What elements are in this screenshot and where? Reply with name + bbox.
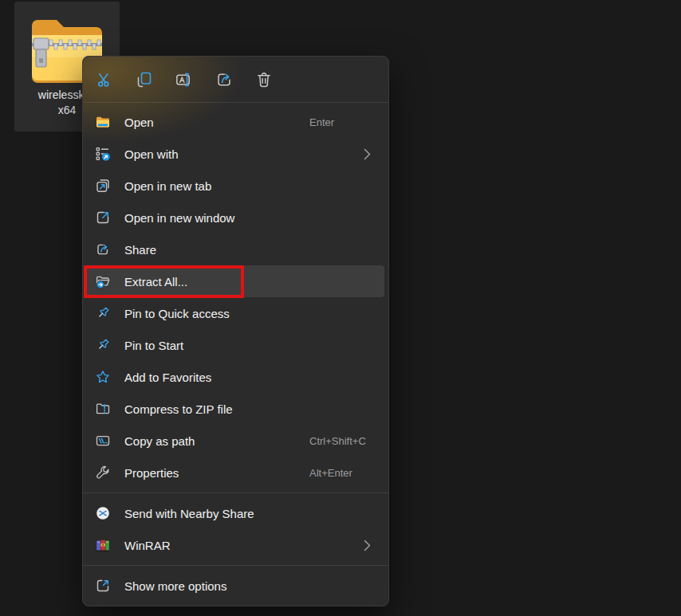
share-icon xyxy=(215,70,234,89)
open-in-new-tab-icon xyxy=(95,178,111,194)
file-explorer-folder-icon xyxy=(95,114,111,130)
menu-item-extract-all[interactable]: Extract All... xyxy=(87,265,384,297)
menu-item-shortcut: Alt+Enter xyxy=(309,467,352,479)
menu-separator xyxy=(83,492,388,493)
menu-item-label: Copy as path xyxy=(124,434,195,448)
menu-item-label: Open with xyxy=(124,147,179,161)
menu-item-shortcut: Enter xyxy=(309,116,334,128)
menu-item-label: WinRAR xyxy=(124,539,171,552)
chevron-right-icon xyxy=(364,539,372,551)
cut-button[interactable] xyxy=(90,65,119,94)
extract-all-icon xyxy=(95,273,111,289)
menu-item-label: Pin to Start xyxy=(124,339,183,352)
menu-item-open[interactable]: Open Enter xyxy=(87,106,384,138)
menu-item-add-to-favorites[interactable]: Add to Favorites xyxy=(87,361,384,393)
pin-icon xyxy=(95,337,111,353)
menu-item-label: Compress to ZIP file xyxy=(124,402,233,416)
menu-item-open-with[interactable]: Open with xyxy=(87,138,384,170)
menu-item-label: Extract All... xyxy=(124,275,187,288)
cut-icon xyxy=(95,70,114,89)
menu-item-label: Open xyxy=(124,116,154,129)
menu-item-compress-to-zip[interactable]: Compress to ZIP file xyxy=(87,393,384,425)
rename-button[interactable] xyxy=(170,65,199,94)
copy-button[interactable] xyxy=(130,65,159,94)
delete-icon xyxy=(254,70,274,89)
chevron-right-icon xyxy=(364,147,372,160)
rename-icon xyxy=(175,70,194,89)
menu-item-open-in-new-tab[interactable]: Open in new tab xyxy=(87,170,384,202)
menu-item-copy-as-path[interactable]: Copy as path Ctrl+Shift+C xyxy=(87,425,384,457)
zip-folder-icon xyxy=(95,401,111,417)
menu-item-label: Properties xyxy=(124,466,179,480)
open-in-new-window-icon xyxy=(95,210,111,226)
context-menu-toolbar xyxy=(83,57,388,102)
open-with-icon xyxy=(95,146,111,162)
menu-item-label: Open in new window xyxy=(124,211,234,225)
menu-item-label: Pin to Quick access xyxy=(124,307,230,320)
menu-item-pin-to-start[interactable]: Pin to Start xyxy=(87,329,384,361)
menu-item-label: Show more options xyxy=(124,579,226,593)
menu-item-show-more-options[interactable]: Show more options xyxy=(87,570,384,602)
copy-icon xyxy=(135,70,154,89)
star-icon xyxy=(95,369,111,385)
wrench-icon xyxy=(95,465,111,481)
nearby-share-icon xyxy=(95,505,111,521)
delete-button[interactable] xyxy=(250,65,278,94)
winrar-icon xyxy=(95,537,111,553)
menu-item-winrar[interactable]: WinRAR xyxy=(87,529,384,561)
menu-item-pin-to-quick-access[interactable]: Pin to Quick access xyxy=(87,297,384,329)
menu-item-label: Send with Nearby Share xyxy=(124,507,254,520)
share-button[interactable] xyxy=(210,65,238,94)
context-menu: Open Enter Open with xyxy=(82,56,389,606)
copy-path-icon xyxy=(95,433,111,449)
menu-item-label: Add to Favorites xyxy=(124,371,211,384)
show-more-options-icon xyxy=(95,578,111,594)
menu-item-open-in-new-window[interactable]: Open in new window xyxy=(87,202,384,233)
share-icon xyxy=(95,241,111,257)
menu-separator xyxy=(83,565,388,566)
menu-item-shortcut: Ctrl+Shift+C xyxy=(309,435,366,447)
pin-icon xyxy=(95,305,111,321)
menu-item-send-with-nearby-share[interactable]: Send with Nearby Share xyxy=(87,497,384,529)
context-menu-items: Open Enter Open with xyxy=(83,103,388,602)
menu-item-share[interactable]: Share xyxy=(87,233,384,265)
menu-item-label: Open in new tab xyxy=(124,179,211,193)
menu-item-properties[interactable]: Properties Alt+Enter xyxy=(87,457,384,488)
menu-item-label: Share xyxy=(124,243,156,257)
